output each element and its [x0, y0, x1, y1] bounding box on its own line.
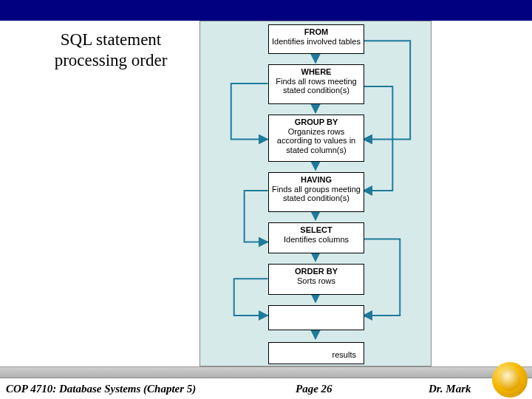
flow-keyword: FROM	[272, 27, 361, 37]
flow-desc: Finds all groups meeting stated conditio…	[272, 185, 361, 203]
flow-box-intermediate	[268, 305, 364, 330]
flow-box-where: WHERE Finds all rows meeting stated cond…	[268, 64, 364, 104]
footer: COP 4710: Database Systems (Chapter 5) P…	[0, 378, 532, 399]
flow-desc: Identifies columns	[272, 235, 361, 245]
flow-desc: Organizes rows according to values in st…	[272, 127, 361, 155]
separator-band	[0, 366, 532, 378]
flow-keyword: HAVING	[272, 175, 361, 185]
flow-keyword: GROUP BY	[272, 117, 361, 127]
flowchart: FROM Identifies involved tables WHERE Fi…	[200, 21, 432, 366]
footer-course: COP 4710: Database Systems (Chapter 5)	[6, 383, 196, 395]
slide-title: SQL statement processing order	[30, 30, 192, 70]
flow-desc: Identifies involved tables	[272, 37, 361, 47]
flow-box-having: HAVING Finds all groups meeting stated c…	[268, 172, 364, 212]
flow-box-from: FROM Identifies involved tables	[268, 24, 364, 54]
footer-page: Page 26	[296, 383, 332, 395]
university-logo	[492, 362, 528, 398]
flow-keyword: WHERE	[272, 67, 361, 77]
footer-author: Dr. Mark	[429, 383, 471, 395]
flow-box-orderby: ORDER BY Sorts rows	[268, 264, 364, 295]
flow-box-select: SELECT Identifies columns	[268, 222, 364, 253]
header-band	[0, 0, 532, 21]
flow-box-results: results	[268, 342, 364, 364]
flow-box-groupby: GROUP BY Organizes rows according to val…	[268, 115, 364, 162]
flow-desc: Sorts rows	[272, 276, 361, 286]
pegasus-icon	[498, 367, 522, 392]
flow-desc: Finds all rows meeting stated condition(…	[272, 77, 361, 95]
results-label: results	[332, 350, 356, 359]
flow-keyword: SELECT	[272, 225, 361, 235]
flow-keyword: ORDER BY	[272, 267, 361, 276]
